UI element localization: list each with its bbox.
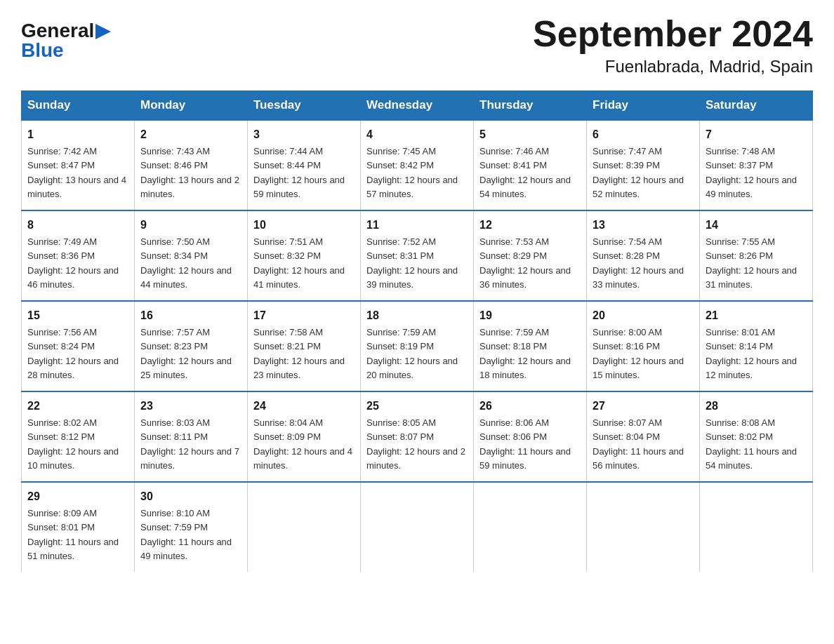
day-info: Sunrise: 7:59 AMSunset: 8:18 PMDaylight:… xyxy=(479,327,571,380)
day-info: Sunrise: 7:47 AMSunset: 8:39 PMDaylight:… xyxy=(593,146,684,199)
day-info: Sunrise: 8:01 AMSunset: 8:14 PMDaylight:… xyxy=(706,327,797,380)
day-number: 7 xyxy=(706,126,807,143)
table-row: 26 Sunrise: 8:06 AMSunset: 8:06 PMDaylig… xyxy=(474,391,587,482)
table-row: 18 Sunrise: 7:59 AMSunset: 8:19 PMDaylig… xyxy=(361,301,474,391)
day-number: 9 xyxy=(140,217,241,234)
col-monday: Monday xyxy=(135,91,248,121)
col-friday: Friday xyxy=(587,91,700,121)
table-row: 20 Sunrise: 8:00 AMSunset: 8:16 PMDaylig… xyxy=(587,301,700,391)
table-row: 23 Sunrise: 8:03 AMSunset: 8:11 PMDaylig… xyxy=(135,391,248,482)
table-row: 9 Sunrise: 7:50 AMSunset: 8:34 PMDayligh… xyxy=(135,210,248,301)
table-row: 1 Sunrise: 7:42 AMSunset: 8:47 PMDayligh… xyxy=(22,120,135,210)
day-number: 26 xyxy=(479,398,581,415)
table-row: 11 Sunrise: 7:52 AMSunset: 8:31 PMDaylig… xyxy=(361,210,474,301)
table-row: 17 Sunrise: 7:58 AMSunset: 8:21 PMDaylig… xyxy=(248,301,361,391)
day-info: Sunrise: 8:00 AMSunset: 8:16 PMDaylight:… xyxy=(593,327,684,380)
col-thursday: Thursday xyxy=(474,91,587,121)
day-info: Sunrise: 7:48 AMSunset: 8:37 PMDaylight:… xyxy=(706,146,797,199)
day-info: Sunrise: 7:58 AMSunset: 8:21 PMDaylight:… xyxy=(253,327,345,380)
calendar-table: Sunday Monday Tuesday Wednesday Thursday… xyxy=(21,90,813,572)
calendar-title: September 2024 xyxy=(533,14,813,54)
table-row xyxy=(587,482,700,572)
day-number: 10 xyxy=(253,217,355,234)
day-info: Sunrise: 7:45 AMSunset: 8:42 PMDaylight:… xyxy=(366,146,458,199)
table-row xyxy=(700,482,813,572)
table-row: 14 Sunrise: 7:55 AMSunset: 8:26 PMDaylig… xyxy=(700,210,813,301)
table-row: 4 Sunrise: 7:45 AMSunset: 8:42 PMDayligh… xyxy=(361,120,474,210)
table-row: 22 Sunrise: 8:02 AMSunset: 8:12 PMDaylig… xyxy=(22,391,135,482)
table-row: 19 Sunrise: 7:59 AMSunset: 8:18 PMDaylig… xyxy=(474,301,587,391)
day-number: 1 xyxy=(27,126,128,143)
table-row: 24 Sunrise: 8:04 AMSunset: 8:09 PMDaylig… xyxy=(248,391,361,482)
col-wednesday: Wednesday xyxy=(361,91,474,121)
day-number: 21 xyxy=(706,307,807,324)
title-block: September 2024 Fuenlabrada, Madrid, Spai… xyxy=(533,14,813,76)
day-info: Sunrise: 7:42 AMSunset: 8:47 PMDaylight:… xyxy=(27,146,126,199)
logo-blue-text: Blue xyxy=(21,41,64,60)
table-row: 27 Sunrise: 8:07 AMSunset: 8:04 PMDaylig… xyxy=(587,391,700,482)
day-number: 30 xyxy=(140,488,241,505)
day-info: Sunrise: 7:50 AMSunset: 8:34 PMDaylight:… xyxy=(140,236,232,290)
table-row: 3 Sunrise: 7:44 AMSunset: 8:44 PMDayligh… xyxy=(248,120,361,210)
day-info: Sunrise: 8:02 AMSunset: 8:12 PMDaylight:… xyxy=(27,417,119,471)
day-info: Sunrise: 8:04 AMSunset: 8:09 PMDaylight:… xyxy=(253,417,352,471)
table-row xyxy=(361,482,474,572)
day-info: Sunrise: 7:49 AMSunset: 8:36 PMDaylight:… xyxy=(27,236,119,290)
table-row: 28 Sunrise: 8:08 AMSunset: 8:02 PMDaylig… xyxy=(700,391,813,482)
day-info: Sunrise: 8:03 AMSunset: 8:11 PMDaylight:… xyxy=(140,417,239,471)
day-info: Sunrise: 7:52 AMSunset: 8:31 PMDaylight:… xyxy=(366,236,458,290)
day-info: Sunrise: 7:55 AMSunset: 8:26 PMDaylight:… xyxy=(706,236,797,290)
day-number: 2 xyxy=(140,126,241,143)
table-row: 13 Sunrise: 7:54 AMSunset: 8:28 PMDaylig… xyxy=(587,210,700,301)
day-number: 20 xyxy=(593,307,694,324)
calendar-week-row: 1 Sunrise: 7:42 AMSunset: 8:47 PMDayligh… xyxy=(22,120,813,210)
day-info: Sunrise: 8:08 AMSunset: 8:02 PMDaylight:… xyxy=(706,417,797,471)
day-number: 14 xyxy=(706,217,807,234)
day-number: 17 xyxy=(253,307,355,324)
table-row: 8 Sunrise: 7:49 AMSunset: 8:36 PMDayligh… xyxy=(22,210,135,301)
svg-marker-0 xyxy=(95,24,111,39)
day-info: Sunrise: 7:57 AMSunset: 8:23 PMDaylight:… xyxy=(140,327,232,380)
day-number: 15 xyxy=(27,307,128,324)
calendar-header-row: Sunday Monday Tuesday Wednesday Thursday… xyxy=(22,91,813,121)
calendar-week-row: 15 Sunrise: 7:56 AMSunset: 8:24 PMDaylig… xyxy=(22,301,813,391)
day-number: 23 xyxy=(140,398,241,415)
day-info: Sunrise: 8:10 AMSunset: 7:59 PMDaylight:… xyxy=(140,508,232,561)
day-number: 11 xyxy=(366,217,468,234)
day-number: 18 xyxy=(366,307,468,324)
calendar-subtitle: Fuenlabrada, Madrid, Spain xyxy=(533,57,813,76)
table-row: 30 Sunrise: 8:10 AMSunset: 7:59 PMDaylig… xyxy=(135,482,248,572)
day-info: Sunrise: 7:44 AMSunset: 8:44 PMDaylight:… xyxy=(253,146,345,199)
table-row: 25 Sunrise: 8:05 AMSunset: 8:07 PMDaylig… xyxy=(361,391,474,482)
day-number: 5 xyxy=(479,126,581,143)
day-info: Sunrise: 8:05 AMSunset: 8:07 PMDaylight:… xyxy=(366,417,465,471)
calendar-week-row: 29 Sunrise: 8:09 AMSunset: 8:01 PMDaylig… xyxy=(22,482,813,572)
day-number: 16 xyxy=(140,307,241,324)
day-number: 19 xyxy=(479,307,581,324)
day-number: 27 xyxy=(593,398,694,415)
table-row: 5 Sunrise: 7:46 AMSunset: 8:41 PMDayligh… xyxy=(474,120,587,210)
day-info: Sunrise: 7:54 AMSunset: 8:28 PMDaylight:… xyxy=(593,236,684,290)
day-number: 28 xyxy=(706,398,807,415)
day-info: Sunrise: 8:09 AMSunset: 8:01 PMDaylight:… xyxy=(27,508,119,561)
table-row: 21 Sunrise: 8:01 AMSunset: 8:14 PMDaylig… xyxy=(700,301,813,391)
day-info: Sunrise: 7:59 AMSunset: 8:19 PMDaylight:… xyxy=(366,327,458,380)
day-number: 22 xyxy=(27,398,128,415)
col-sunday: Sunday xyxy=(22,91,135,121)
table-row xyxy=(248,482,361,572)
day-number: 6 xyxy=(593,126,694,143)
table-row: 29 Sunrise: 8:09 AMSunset: 8:01 PMDaylig… xyxy=(22,482,135,572)
day-number: 29 xyxy=(27,488,128,505)
day-number: 4 xyxy=(366,126,468,143)
day-number: 12 xyxy=(479,217,581,234)
day-info: Sunrise: 7:53 AMSunset: 8:29 PMDaylight:… xyxy=(479,236,571,290)
logo-triangle-icon xyxy=(95,24,111,39)
table-row: 7 Sunrise: 7:48 AMSunset: 8:37 PMDayligh… xyxy=(700,120,813,210)
day-number: 8 xyxy=(27,217,128,234)
table-row: 15 Sunrise: 7:56 AMSunset: 8:24 PMDaylig… xyxy=(22,301,135,391)
day-info: Sunrise: 8:06 AMSunset: 8:06 PMDaylight:… xyxy=(479,417,571,471)
page-header: General Blue September 2024 Fuenlabrada,… xyxy=(21,14,813,76)
col-saturday: Saturday xyxy=(700,91,813,121)
day-number: 25 xyxy=(366,398,468,415)
day-info: Sunrise: 7:46 AMSunset: 8:41 PMDaylight:… xyxy=(479,146,571,199)
